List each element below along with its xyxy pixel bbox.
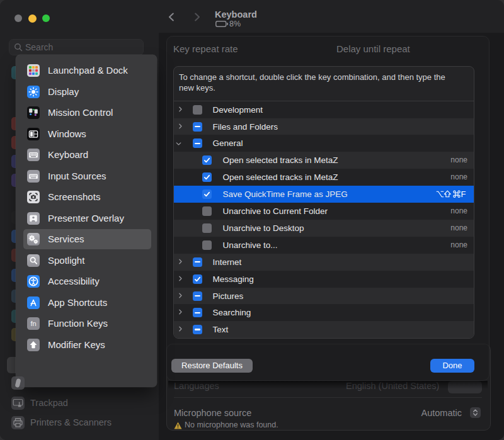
svg-text:F: F	[461, 190, 466, 198]
svg-text:fn: fn	[30, 320, 36, 327]
